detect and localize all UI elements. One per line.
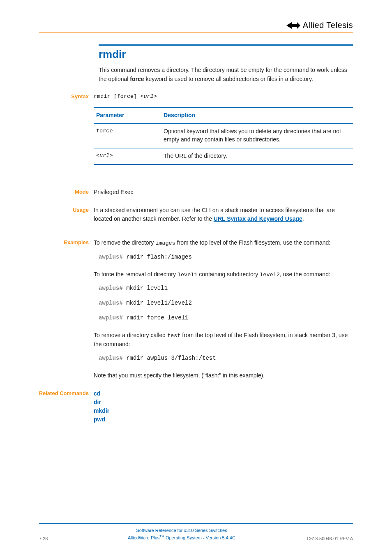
cmd-rmdir-awplus3: rmdir awplus-3/flash:/test bbox=[123, 355, 216, 361]
related-link-mkdir[interactable]: mkdir bbox=[94, 407, 353, 415]
svg-marker-0 bbox=[286, 22, 300, 29]
param-desc-force: Optional keyword that allows you to dele… bbox=[161, 123, 353, 148]
footer-center: Software Reference for x310 Series Switc… bbox=[128, 527, 235, 541]
param-row-force: force Optional keyword that allows you t… bbox=[94, 123, 353, 148]
usage-link-url-syntax[interactable]: URL Syntax and Keyword Usage bbox=[214, 215, 302, 222]
cmd-mkdir-level2: mkdir level1/level2 bbox=[123, 300, 192, 306]
section-label-syntax: Syntax bbox=[36, 92, 94, 101]
ex3-code-test: test bbox=[167, 333, 180, 339]
cmd-rmdir-images: rmdir flash:/images bbox=[123, 254, 192, 260]
cmd-block-3: awplus# rmdir awplus-3/flash:/test bbox=[99, 354, 353, 363]
param-desc-url: The URL of the directory. bbox=[161, 148, 353, 164]
intro-force-keyword: force bbox=[130, 76, 144, 82]
footer-line2: AlliedWare PlusTM Operating System - Ver… bbox=[128, 534, 235, 541]
example2-text: To force the removal of directory level1… bbox=[94, 270, 353, 280]
section-label-related: Related Commands bbox=[36, 389, 94, 398]
ex2-code-level2: level2 bbox=[260, 272, 280, 278]
header-rule bbox=[39, 32, 353, 33]
cmd-block-2: awplus# mkdir level1 awplus# mkdir level… bbox=[99, 284, 353, 322]
param-name-force: force bbox=[94, 123, 161, 148]
syntax-url-var: <url> bbox=[140, 93, 157, 99]
th-parameter: Parameter bbox=[94, 107, 161, 123]
cmd-mkdir-level1: mkdir level1 bbox=[123, 285, 168, 291]
parameter-table: Parameter Description force Optional key… bbox=[94, 107, 353, 165]
section-label-usage: Usage bbox=[36, 206, 94, 214]
example1-text: To remove the directory images from the … bbox=[94, 238, 353, 248]
prompt: awplus# bbox=[99, 254, 123, 260]
related-link-dir[interactable]: dir bbox=[94, 398, 353, 407]
syntax-command: rmdir [force] bbox=[94, 93, 140, 99]
page-footer: 7.28 Software Reference for x310 Series … bbox=[39, 523, 353, 541]
param-row-url: <url> The URL of the directory. bbox=[94, 148, 353, 164]
intro-text-post: keyword is used to remove all subdirecto… bbox=[144, 76, 313, 82]
related-link-pwd[interactable]: pwd bbox=[94, 415, 353, 424]
usage-text-post: . bbox=[302, 215, 304, 222]
command-title: rmdir bbox=[99, 44, 353, 61]
logo-arrow-icon bbox=[286, 22, 300, 29]
param-name-url: <url> bbox=[94, 148, 161, 164]
cmd-block-1: awplus# rmdir flash:/images bbox=[99, 253, 353, 262]
brand-logo: Allied Telesis bbox=[286, 21, 353, 30]
brand-name: Allied Telesis bbox=[303, 21, 353, 30]
example3-text: To remove a directory called test from t… bbox=[94, 331, 353, 349]
syntax-line: rmdir [force] <url> bbox=[94, 92, 353, 101]
cmd-rmdir-force-level1: rmdir force level1 bbox=[123, 314, 189, 321]
footer-line1: Software Reference for x310 Series Switc… bbox=[128, 527, 235, 534]
example-note: Note that you must specify the filesyste… bbox=[94, 371, 353, 380]
section-label-mode: Mode bbox=[36, 188, 94, 196]
section-label-examples: Examples bbox=[36, 238, 94, 247]
header-logo-row: Allied Telesis bbox=[39, 21, 353, 30]
ex2-code-level1: level1 bbox=[178, 272, 198, 278]
related-link-cd[interactable]: cd bbox=[94, 389, 353, 398]
th-description: Description bbox=[161, 107, 353, 123]
footer-docref: C613-50046-01 REV A bbox=[295, 536, 353, 541]
mode-value: Privileged Exec bbox=[94, 189, 134, 195]
ex1-code-images: images bbox=[155, 240, 175, 246]
intro-paragraph: This command removes a directory. The di… bbox=[99, 66, 353, 83]
footer-page-number: 7.28 bbox=[39, 536, 68, 541]
